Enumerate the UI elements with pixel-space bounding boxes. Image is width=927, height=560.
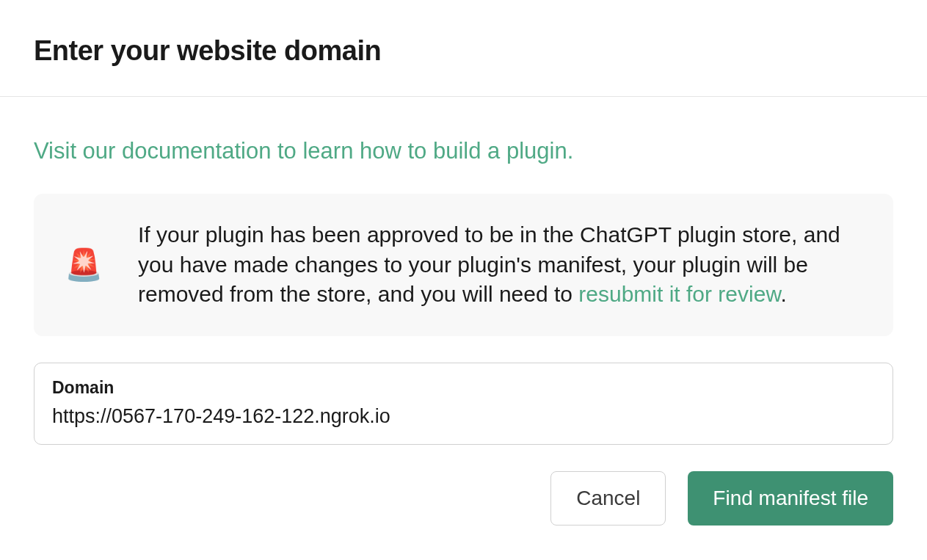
warning-box: 🚨 If your plugin has been approved to be… bbox=[34, 194, 893, 336]
find-manifest-button[interactable]: Find manifest file bbox=[688, 471, 893, 526]
resubmit-link[interactable]: resubmit it for review bbox=[578, 282, 780, 306]
modal-title: Enter your website domain bbox=[34, 35, 893, 67]
domain-label: Domain bbox=[52, 378, 875, 398]
warning-text-after: . bbox=[780, 282, 786, 306]
modal-content: Visit our documentation to learn how to … bbox=[0, 97, 927, 559]
cancel-button[interactable]: Cancel bbox=[550, 471, 666, 526]
enter-domain-modal: Enter your website domain Visit our docu… bbox=[0, 0, 927, 559]
domain-input[interactable] bbox=[52, 405, 875, 428]
warning-text: If your plugin has been approved to be i… bbox=[138, 220, 862, 310]
documentation-link[interactable]: Visit our documentation to learn how to … bbox=[34, 138, 573, 164]
domain-field-container[interactable]: Domain bbox=[34, 363, 893, 445]
siren-icon: 🚨 bbox=[65, 247, 103, 283]
modal-header: Enter your website domain bbox=[0, 0, 927, 97]
action-buttons: Cancel Find manifest file bbox=[34, 471, 893, 526]
